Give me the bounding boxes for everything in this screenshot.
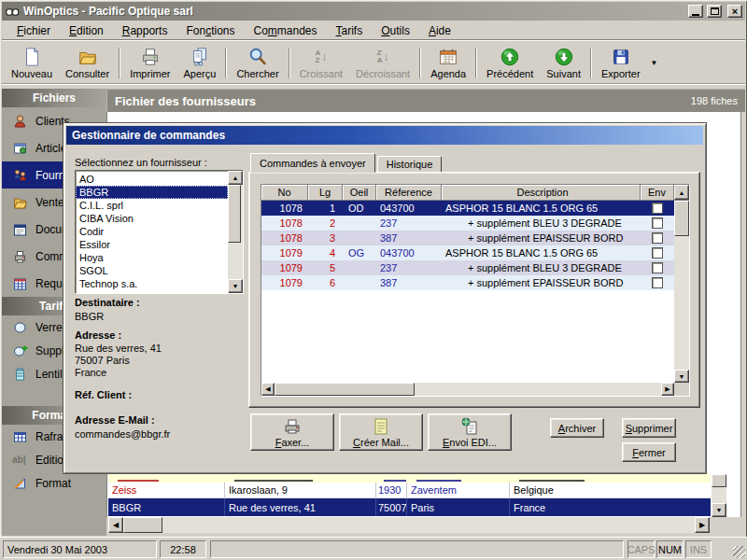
- orders-vscrollbar[interactable]: ▼: [674, 201, 689, 383]
- order-row[interactable]: 10795237+ supplément BLEU 3 DEGRADE: [261, 260, 674, 275]
- scroll-down-icon[interactable]: ▼: [712, 503, 726, 517]
- toolbar-croissant-button[interactable]: AZ↓ Croissant: [293, 44, 349, 82]
- supplier-option[interactable]: C.I.L. sprl: [76, 199, 228, 212]
- scroll-right-icon[interactable]: ▶: [661, 383, 674, 396]
- scrollbar-thumb[interactable]: [275, 383, 415, 396]
- orders-manager-dialog: Gestionnaire de commandes Sélectionnez u…: [63, 122, 707, 474]
- scroll-right-icon[interactable]: ▶: [695, 517, 710, 533]
- supplier-listbox[interactable]: AOBBGRC.I.L. sprlCIBA VisionCodirEssilor…: [75, 170, 244, 294]
- column-header-description[interactable]: Description: [442, 185, 641, 201]
- resize-grip[interactable]: [733, 546, 745, 558]
- order-row[interactable]: 10783387+ supplément EPAISSEUR BORD: [261, 231, 674, 245]
- faxer-button[interactable]: Faxer...: [250, 413, 334, 451]
- supplier-option[interactable]: Hoya: [76, 251, 228, 264]
- column-header-reference[interactable]: Réference: [376, 185, 442, 201]
- scroll-down-icon[interactable]: ▼: [674, 370, 689, 383]
- sidebar-item-format[interactable]: Format: [2, 471, 106, 495]
- status-time: 22:58: [160, 540, 206, 558]
- supplier-list: AOBBGRC.I.L. sprlCIBA VisionCodirEssilor…: [76, 171, 228, 293]
- orders-hscrollbar[interactable]: ◀ ▶: [261, 383, 689, 396]
- dialog-title-bar[interactable]: Gestionnaire de commandes: [66, 126, 703, 145]
- env-checkbox[interactable]: [652, 232, 663, 244]
- toolbar-decroissant-button[interactable]: ZA↓ Décroissant: [349, 44, 416, 82]
- toolbar-apercu-button[interactable]: Aperçu: [177, 44, 223, 82]
- close-button[interactable]: ×: [727, 5, 742, 18]
- env-checkbox[interactable]: [652, 277, 663, 288]
- supplier-option[interactable]: Codir: [76, 225, 228, 238]
- supplier-row[interactable]: BBGRRue des verres, 4175007ParisFrance: [108, 498, 711, 516]
- supplier-option[interactable]: SGOL: [76, 264, 228, 277]
- menu-fonctions[interactable]: Fonctions: [176, 22, 244, 39]
- search-icon: [247, 47, 269, 67]
- calendar-icon: [437, 47, 459, 67]
- menu-tarifs[interactable]: Tarifs: [327, 22, 373, 39]
- toolbar-chercher-button[interactable]: Chercher: [230, 44, 285, 82]
- scroll-up-icon[interactable]: ▲: [228, 171, 243, 185]
- menu-fichier[interactable]: Fichier: [7, 22, 60, 39]
- destinataire-value: BBGR: [75, 311, 104, 322]
- toolbar-exporter-button[interactable]: Exporter: [595, 44, 647, 82]
- envoi-edi-button[interactable]: Envoi EDI...: [428, 413, 512, 451]
- column-header-oeil[interactable]: Oeil: [343, 185, 376, 201]
- supplier-option[interactable]: Technop s.a.: [76, 277, 228, 290]
- page-header: Fichier des fournisseurs 198 fiches: [106, 89, 745, 112]
- maximize-button[interactable]: [707, 5, 722, 18]
- menu-rapports[interactable]: Rapports: [113, 22, 177, 39]
- supplier-option[interactable]: Essilor: [76, 238, 228, 251]
- fermer-button[interactable]: Fermer: [622, 442, 676, 462]
- scroll-left-icon[interactable]: ◀: [108, 517, 123, 533]
- toolbar-imprimer-button[interactable]: Imprimer: [123, 44, 176, 82]
- suppliers-hscrollbar[interactable]: ◀ ▶: [108, 517, 710, 533]
- order-row[interactable]: 10794OG043700ASPHOR 15 BLANC 1.5 ORG 65: [261, 245, 674, 260]
- exporter-dropdown[interactable]: ▼: [647, 44, 662, 82]
- supplier-option[interactable]: CIBA Vision: [76, 212, 228, 225]
- supplier-row[interactable]: ZeissIkaroslaan, 91930ZaventemBelgique: [108, 483, 711, 498]
- env-checkbox[interactable]: [652, 203, 663, 214]
- toolbar-consulter-button[interactable]: Consulter: [59, 44, 116, 82]
- supprimer-button[interactable]: Supprimer: [622, 418, 676, 438]
- scroll-up-icon[interactable]: ▲: [674, 185, 689, 200]
- partial-table-row[interactable]: [108, 474, 711, 483]
- documents-icon: [12, 222, 28, 237]
- scrollbar-thumb[interactable]: [674, 201, 689, 236]
- creer-mail-button[interactable]: Créer Mail...: [339, 413, 423, 451]
- supplier-option[interactable]: AO: [76, 173, 228, 186]
- minimize-button[interactable]: [688, 5, 703, 18]
- tab-historique[interactable]: Historique: [377, 156, 443, 173]
- menu-aide[interactable]: Aide: [419, 22, 460, 39]
- column-header-lg[interactable]: Lg: [308, 185, 343, 201]
- menu-commandes[interactable]: Commandes: [244, 22, 326, 39]
- menu-edition[interactable]: Edition: [60, 22, 113, 39]
- scrollbar-thumb[interactable]: [228, 185, 241, 243]
- order-row[interactable]: 10781OD043700ASPHOR 15 BLANC 1.5 ORG 65: [261, 201, 674, 216]
- toolbar-agenda-button[interactable]: Agenda: [424, 44, 472, 82]
- supplier-option[interactable]: BBGR: [76, 186, 228, 199]
- column-header-no[interactable]: No: [261, 185, 308, 201]
- fournisseurs-icon: [12, 168, 28, 183]
- toolbar-precedent-button[interactable]: Précédent: [480, 44, 540, 82]
- suppliers-vscrollbar[interactable]: ▼: [712, 474, 726, 517]
- toolbar-nouveau-button[interactable]: Nouveau: [5, 44, 59, 82]
- scroll-down-icon[interactable]: ▼: [228, 279, 243, 293]
- column-header-env[interactable]: Env: [641, 185, 674, 201]
- edi-globe-document-icon: [460, 417, 479, 436]
- scrollbar-thumb[interactable]: [712, 474, 726, 487]
- sort-descending-icon: ZA↓: [377, 47, 389, 67]
- archiver-button[interactable]: Archiver: [550, 418, 604, 438]
- order-row[interactable]: 10782237+ supplément BLEU 3 DEGRADE: [261, 216, 674, 231]
- scroll-left-icon[interactable]: ◀: [261, 383, 275, 396]
- toolbar-separator: [475, 48, 477, 78]
- requetes-icon: [12, 276, 28, 291]
- order-row[interactable]: 10796387+ supplément EPAISSEUR BORD: [261, 275, 674, 290]
- scrollbar-thumb[interactable]: [123, 517, 162, 533]
- env-checkbox[interactable]: [652, 217, 663, 229]
- email-label: Adresse E-Mail :: [75, 414, 155, 426]
- title-bar[interactable]: WinOptics - Pacific Optique sarl ×: [2, 2, 745, 21]
- supplier-scrollbar[interactable]: ▲ ▼: [228, 171, 243, 293]
- env-checkbox[interactable]: [652, 262, 663, 273]
- record-count: 198 fiches: [691, 95, 738, 106]
- tab-commandes-a-envoyer[interactable]: Commandes à envoyer: [250, 153, 375, 173]
- toolbar-suivant-button[interactable]: Suivant: [540, 44, 587, 82]
- env-checkbox[interactable]: [652, 247, 663, 259]
- menu-outils[interactable]: Outils: [372, 22, 419, 39]
